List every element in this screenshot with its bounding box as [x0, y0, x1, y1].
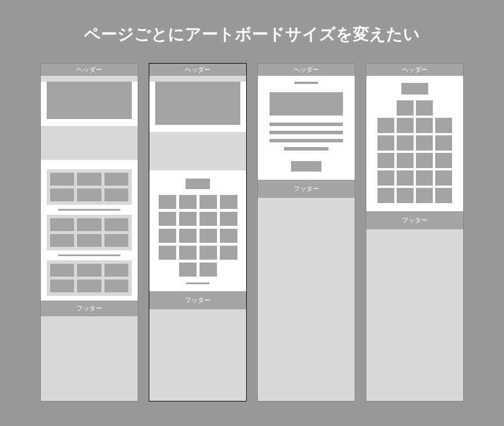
cta-button-placeholder: [291, 161, 321, 172]
light-band: [149, 132, 246, 170]
hero-block: [47, 82, 132, 119]
artboard-2-body: [149, 82, 246, 291]
grid-group: [156, 195, 239, 277]
footer-bar: フッター: [149, 291, 246, 309]
grid-group-2: [47, 215, 132, 250]
page-title: ページごとにアートボードサイズを変えたい: [0, 0, 504, 63]
header-bar: ヘッダー: [149, 64, 246, 76]
artboards-row: ヘッダー フッター ヘッダー: [0, 63, 504, 401]
header-bar: ヘッダー: [41, 64, 138, 76]
text-line: [270, 123, 343, 126]
text-line: [270, 131, 343, 134]
footer-bar: フッター: [366, 211, 463, 229]
footer-bar: フッター: [258, 180, 355, 198]
grid-group: [376, 100, 454, 203]
footer-bar: フッター: [41, 301, 138, 316]
artboard-4-body: [366, 76, 463, 211]
top-button-placeholder: [401, 83, 428, 95]
artboard-3[interactable]: ヘッダー フッター: [257, 63, 355, 401]
small-banner: [186, 179, 210, 189]
divider-line: [58, 209, 120, 211]
light-band: [41, 126, 138, 160]
underline: [186, 282, 209, 284]
divider-line: [58, 254, 120, 256]
artboard-1-body: [41, 82, 138, 301]
header-bar: ヘッダー: [258, 64, 355, 76]
header-bar: ヘッダー: [366, 64, 463, 76]
hero-small: [270, 92, 343, 116]
artboard-4[interactable]: ヘッダー フッター: [366, 63, 464, 401]
artboard-1[interactable]: ヘッダー フッター: [40, 63, 138, 401]
hero-block: [155, 82, 240, 125]
text-line: [270, 139, 343, 142]
artboard-3-body: [258, 76, 355, 180]
grid-group-1: [47, 169, 132, 205]
text-line-short: [284, 147, 328, 151]
accent-line: [295, 82, 318, 84]
artboard-2[interactable]: ヘッダー フッター: [149, 63, 247, 401]
grid-group-3: [47, 260, 132, 296]
